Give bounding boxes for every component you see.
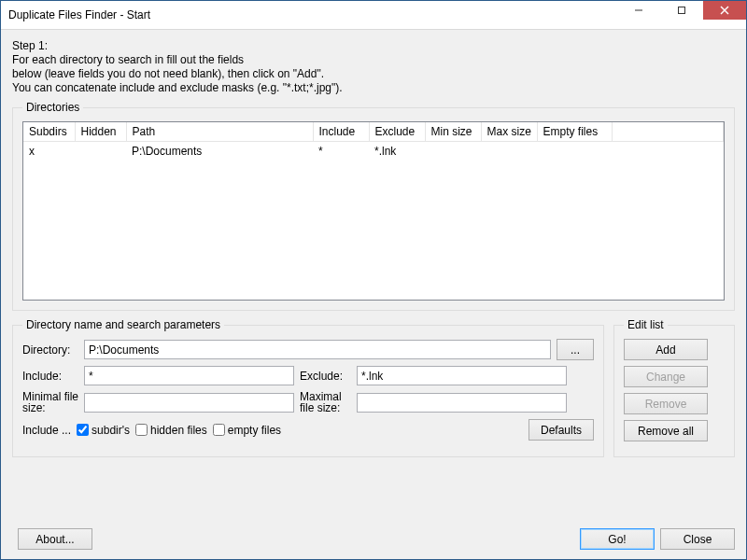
window: Duplicate Files Finder - Start Step 1: F… (0, 0, 747, 560)
exclude-input[interactable] (357, 366, 567, 385)
step-label: Step 1: (12, 39, 735, 53)
maxsize-label: Maximal file size: (300, 391, 351, 413)
maximize-button[interactable] (660, 1, 703, 20)
cell-subdirs: x (23, 142, 75, 161)
table-row[interactable]: x P:\Documents * *.lnk (23, 142, 724, 161)
column-header-spacer (612, 122, 724, 142)
directories-group: Directories Subdirs Hidden Path Include (12, 101, 735, 311)
window-controls (617, 1, 746, 20)
directories-legend: Directories (22, 101, 83, 114)
minsize-input[interactable] (84, 393, 294, 413)
instruction-line: For each directory to search in fill out… (12, 53, 735, 67)
instruction-line: below (leave fields you do not need blan… (12, 67, 735, 81)
hidden-checkbox-label[interactable]: hidden files (135, 424, 207, 437)
instructions: Step 1: For each directory to search in … (12, 39, 735, 95)
bottom-bar: About... Go! Close (12, 523, 735, 550)
params-group: Directory name and search parameters Dir… (12, 318, 604, 457)
subdirs-checkbox[interactable] (77, 424, 89, 436)
column-header-row: Subdirs Hidden Path Include Exclude Min … (23, 122, 724, 142)
column-header-hidden[interactable]: Hidden (75, 122, 126, 142)
maximize-icon (677, 6, 686, 15)
include-input[interactable] (84, 366, 294, 385)
about-button[interactable]: About... (18, 528, 92, 550)
browse-button[interactable]: ... (557, 339, 594, 360)
close-icon (720, 6, 729, 15)
exclude-label: Exclude: (300, 371, 351, 382)
change-button[interactable]: Change (624, 366, 708, 387)
minsize-label: Minimal file size: (22, 391, 78, 413)
include-options-label: Include ... (22, 424, 71, 437)
editlist-group: Edit list Add Change Remove Remove all (613, 318, 735, 457)
close-window-button[interactable] (703, 1, 746, 20)
go-button[interactable]: Go! (580, 528, 655, 550)
cell-maxsize (481, 142, 537, 161)
cell-include: * (313, 142, 369, 161)
add-button[interactable]: Add (624, 339, 708, 360)
minimize-button[interactable] (617, 1, 660, 20)
instruction-line: You can concatenate include and exclude … (12, 81, 735, 95)
maxsize-input[interactable] (357, 393, 567, 413)
defaults-button[interactable]: Defaults (529, 419, 594, 441)
directories-listview[interactable]: Subdirs Hidden Path Include Exclude Min … (22, 121, 725, 301)
cell-minsize (425, 142, 481, 161)
column-header-maxsize[interactable]: Max size (481, 122, 537, 142)
column-header-path[interactable]: Path (126, 122, 313, 142)
cell-path: P:\Documents (126, 142, 313, 161)
params-row: Directory name and search parameters Dir… (12, 318, 735, 465)
titlebar: Duplicate Files Finder - Start (1, 1, 746, 30)
remove-all-button[interactable]: Remove all (624, 420, 708, 441)
close-button[interactable]: Close (660, 528, 735, 550)
hidden-checkbox[interactable] (135, 424, 148, 436)
cell-emptyfiles (537, 142, 612, 161)
empty-checkbox[interactable] (213, 424, 225, 436)
params-legend: Directory name and search parameters (22, 318, 224, 331)
column-header-exclude[interactable]: Exclude (369, 122, 425, 142)
client-area: Step 1: For each directory to search in … (1, 30, 746, 559)
empty-checkbox-label[interactable]: empty files (213, 424, 281, 437)
directory-label: Directory: (22, 343, 78, 357)
subdirs-checkbox-label[interactable]: subdir's (77, 424, 130, 437)
column-header-include[interactable]: Include (313, 122, 369, 142)
directory-input[interactable] (84, 340, 551, 359)
directories-table: Subdirs Hidden Path Include Exclude Min … (23, 122, 724, 161)
cell-hidden (75, 142, 126, 161)
column-header-minsize[interactable]: Min size (425, 122, 481, 142)
cell-exclude: *.lnk (369, 142, 425, 161)
window-title: Duplicate Files Finder - Start (8, 8, 150, 21)
svg-rect-1 (679, 7, 685, 14)
remove-button[interactable]: Remove (624, 393, 708, 414)
include-label: Include: (22, 370, 78, 383)
minimize-icon (634, 6, 643, 15)
column-header-emptyfiles[interactable]: Empty files (537, 122, 612, 142)
column-header-subdirs[interactable]: Subdirs (23, 122, 75, 142)
editlist-legend: Edit list (624, 318, 668, 331)
